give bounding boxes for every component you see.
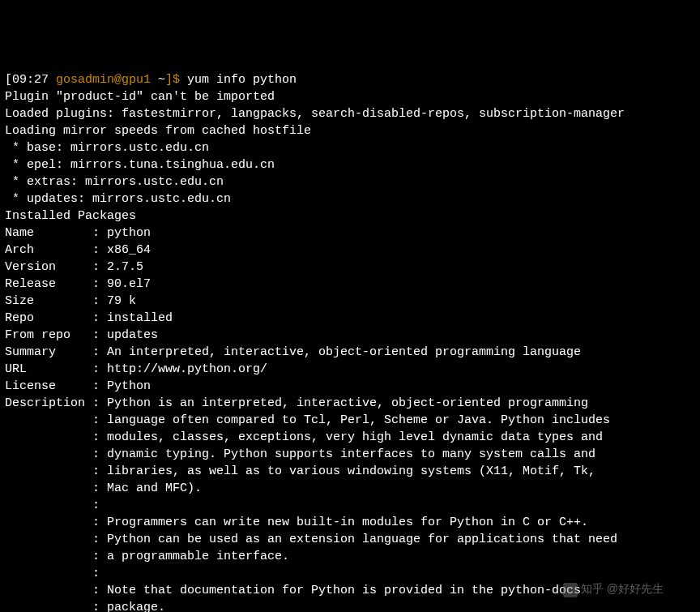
output-line: * epel: mirrors.tuna.tsinghua.edu.cn [5,158,275,172]
output-line: * base: mirrors.ustc.edu.cn [5,141,209,155]
output-line: : Programmers can write new built-in mod… [5,516,588,529]
output-line: Installed Packages [5,209,136,223]
output-line: Version : 2.7.5 [5,260,143,274]
watermark: 知乎 @好好先生 [563,581,664,597]
output-line: : modules, classes, exceptions, very hig… [5,430,603,444]
output-line: * updates: mirrors.ustc.edu.cn [5,192,231,206]
prompt-user: gosadmin@gpu1 [49,73,151,87]
prompt-path: ~ [151,73,165,87]
output-line: Plugin "product-id" can't be imported [5,90,275,104]
output-line: Repo : installed [5,311,173,325]
output-line: : Note that documentation for Python is … [5,584,581,597]
output-line: License : Python [5,379,151,393]
output-line: : package. [5,601,165,612]
output-line: Description : Python is an interpreted, … [5,396,588,410]
zhihu-logo-icon [563,583,578,597]
output-line: : [5,567,107,580]
output-line: : libraries, as well as to various windo… [5,464,595,478]
output-line: Arch : x86_64 [5,243,151,257]
output-line: : [5,499,107,512]
output-line: Loaded plugins: fastestmirror, langpacks… [5,107,625,121]
output-line: Summary : An interpreted, interactive, o… [5,345,581,359]
prompt-time: [09:27 [5,73,49,87]
output-line: URL : http://www.python.org/ [5,362,267,376]
prompt-end: ]$ [165,73,180,87]
output-line: * extras: mirrors.ustc.edu.cn [5,175,224,189]
output-line: Size : 79 k [5,294,136,308]
terminal-output[interactable]: [09:27 gosadmin@gpu1 ~]$ yum info python… [5,71,695,612]
watermark-text: 知乎 @好好先生 [581,582,664,595]
output-line: : Mac and MFC). [5,481,202,495]
output-line: : language often compared to Tcl, Perl, … [5,413,610,427]
output-line: From repo : updates [5,328,158,342]
output-line: Name : python [5,226,151,240]
output-line: Loading mirror speeds from cached hostfi… [5,124,311,138]
output-line: : dynamic typing. Python supports interf… [5,447,595,461]
output-line: : a programmable interface. [5,550,289,563]
output-line: : Python can be used as an extension lan… [5,533,617,546]
command-input: yum info python [180,73,297,87]
output-line: Release : 90.el7 [5,277,151,291]
